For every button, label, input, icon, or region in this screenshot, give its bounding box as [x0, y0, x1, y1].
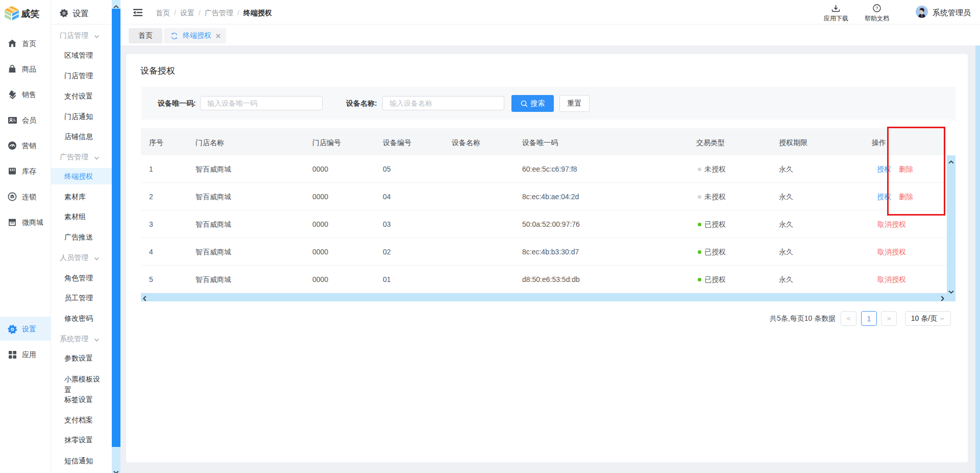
svg-text:?: ?	[875, 5, 878, 11]
